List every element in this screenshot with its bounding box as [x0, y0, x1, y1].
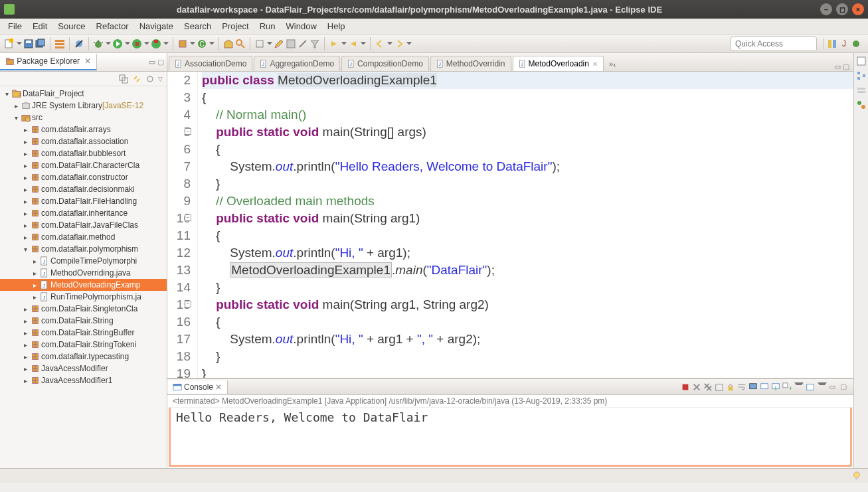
forward-icon[interactable] — [394, 39, 404, 49]
tree-item[interactable]: ▸JRE System Library [JavaSE-12 — [0, 100, 167, 112]
tree-item[interactable]: ▸com.dataflair.bubblesort — [0, 147, 167, 159]
coverage-icon[interactable] — [131, 39, 142, 49]
tree-item[interactable]: ▸com.dataflair.typecasting — [0, 351, 167, 363]
scroll-lock-icon[interactable] — [726, 382, 735, 392]
new-package-icon[interactable] — [177, 39, 188, 49]
view-menu-icon[interactable]: ▽ — [158, 76, 163, 82]
wand-icon[interactable] — [298, 39, 308, 49]
tree-item[interactable]: ▸JavaAcessModifier1 — [0, 374, 167, 386]
new-console-icon[interactable]: + — [782, 382, 792, 392]
open-type-icon[interactable] — [223, 39, 234, 49]
tree-item[interactable]: ▸com.DataFlair.String — [0, 315, 167, 327]
tree-item[interactable]: ▾src — [0, 112, 167, 123]
editor-overflow[interactable]: »₁ — [606, 57, 618, 71]
display-console-icon[interactable] — [760, 382, 769, 392]
package-explorer-tab[interactable]: Package Explorer ✕ — [0, 54, 97, 70]
project-tree[interactable]: ▾JDataFlair_Project▸JRE System Library [… — [0, 86, 167, 468]
tree-item[interactable]: ▸JMethodOverriding.java — [0, 267, 167, 279]
external-tools-icon[interactable] — [151, 39, 161, 49]
tree-item[interactable]: ▸JCompileTimePolymorphi — [0, 255, 167, 267]
java-perspective-icon[interactable]: J — [839, 39, 849, 49]
tree-item[interactable]: ▾JDataFlair_Project — [0, 88, 167, 100]
window-close-button[interactable]: × — [852, 3, 864, 15]
collapse-all-icon[interactable] — [118, 74, 129, 84]
tree-item[interactable]: ▸com.dataflair.method — [0, 231, 167, 243]
window-minimize-button[interactable]: – — [820, 3, 832, 15]
console-switch-icon[interactable] — [806, 382, 815, 392]
debug-perspective-icon[interactable] — [851, 39, 861, 49]
focus-icon[interactable] — [145, 74, 155, 84]
tree-item[interactable]: ▸com.DataFlair.CharacterCla — [0, 159, 167, 171]
menu-window[interactable]: Window — [281, 20, 322, 33]
tree-item[interactable]: ▸com.dataflair.decisionmaki — [0, 183, 167, 195]
link-editor-icon[interactable] — [131, 74, 142, 84]
pin-console-icon[interactable] — [748, 382, 758, 392]
tree-item[interactable]: ▸com.dataflair.arrays — [0, 123, 167, 135]
tip-icon[interactable] — [852, 471, 861, 481]
minimize-stack-icon[interactable] — [856, 85, 867, 96]
tree-item[interactable]: ▸com.DataFlair.StringBuffer — [0, 327, 167, 339]
debug-icon[interactable] — [93, 39, 104, 49]
open-task-icon[interactable] — [286, 39, 296, 49]
new-icon[interactable] — [4, 39, 15, 49]
new-class-icon[interactable]: C — [197, 39, 207, 49]
editor-tab[interactable]: JMetodOverloadin✕ — [513, 56, 604, 71]
console-close-icon[interactable]: ✕ — [215, 382, 222, 392]
run-icon[interactable] — [112, 39, 123, 49]
menu-help[interactable]: Help — [322, 20, 351, 33]
terminate-icon[interactable] — [681, 382, 690, 392]
tree-item[interactable]: ▾com.dataflair.polymorphism — [0, 243, 167, 255]
outline-icon[interactable] — [856, 70, 867, 81]
tree-item[interactable]: ▸JavaAcessModifier — [0, 363, 167, 374]
menu-source[interactable]: Source — [52, 20, 90, 33]
edit-icon[interactable] — [274, 39, 284, 49]
console-min-icon[interactable]: ▭ — [829, 382, 838, 392]
menu-refactor[interactable]: Refactor — [91, 20, 134, 33]
remove-all-icon[interactable] — [703, 382, 713, 392]
window-maximize-button[interactable]: ◻ — [836, 3, 848, 15]
tree-item[interactable]: ▸JRunTimePolymorphism.ja — [0, 291, 167, 303]
back-icon[interactable] — [375, 39, 385, 49]
next-annotation-icon[interactable] — [329, 39, 339, 49]
toggle-mark-icon[interactable] — [254, 39, 265, 49]
open-perspective-icon[interactable] — [827, 39, 837, 49]
menu-file[interactable]: File — [3, 20, 27, 33]
tree-item[interactable]: ▸com.DataFlair.StringTokeni — [0, 339, 167, 351]
tree-item[interactable]: ▸com.DataFlair.FileHandling — [0, 195, 167, 207]
save-all-icon[interactable] — [35, 39, 46, 49]
toggle-breadcrumb-icon[interactable] — [54, 39, 65, 49]
menu-run[interactable]: Run — [254, 20, 281, 33]
editor-min-max-icons[interactable]: ▭ ▢ — [830, 62, 853, 71]
close-view-icon[interactable]: ✕ — [84, 56, 91, 66]
word-wrap-icon[interactable] — [737, 382, 746, 392]
remove-launch-icon[interactable] — [692, 382, 701, 392]
code-editor[interactable]: 2345−678910−1112131415−16171819 public c… — [167, 72, 853, 378]
tree-item[interactable]: ▸com.dataflair.constructor — [0, 171, 167, 183]
view-minimize-icon[interactable]: ▭ ▢ — [146, 58, 167, 66]
search-icon[interactable] — [235, 39, 246, 49]
editor-tab[interactable]: JCompositionDemo — [341, 56, 429, 71]
editor-tab[interactable]: JAssociationDemo — [169, 56, 252, 71]
menu-edit[interactable]: Edit — [27, 20, 52, 33]
editor-tab[interactable]: JAggregationDemo — [254, 56, 340, 71]
tree-item[interactable]: ▸com.DataFlair.JavaFileClas — [0, 219, 167, 231]
task-list-icon[interactable] — [856, 56, 867, 66]
console-tab[interactable]: Console ✕ — [167, 380, 228, 394]
console-output[interactable]: Hello Readers, Welcome to DataFlair — [169, 408, 852, 467]
show-outline-icon[interactable] — [856, 100, 867, 110]
prev-annotation-icon[interactable] — [348, 39, 359, 49]
console-max-icon[interactable]: ▢ — [840, 382, 849, 392]
quick-access-input[interactable] — [731, 37, 817, 51]
tree-item[interactable]: ▸com.dataflair.association — [0, 135, 167, 147]
skip-breakpoints-icon[interactable] — [74, 39, 84, 49]
open-console-icon[interactable] — [771, 382, 780, 392]
menu-search[interactable]: Search — [179, 20, 217, 33]
clear-console-icon[interactable] — [715, 382, 724, 392]
save-icon[interactable] — [23, 39, 34, 49]
menu-navigate[interactable]: Navigate — [134, 20, 179, 33]
filter-icon[interactable] — [309, 39, 320, 49]
tree-item[interactable]: ▸com.DataFlair.SingletonCla — [0, 303, 167, 315]
menu-project[interactable]: Project — [217, 20, 254, 33]
tree-item[interactable]: ▸JMetodOverloadingExamp — [0, 279, 167, 291]
editor-tab[interactable]: JMethodOverridin — [430, 56, 511, 71]
